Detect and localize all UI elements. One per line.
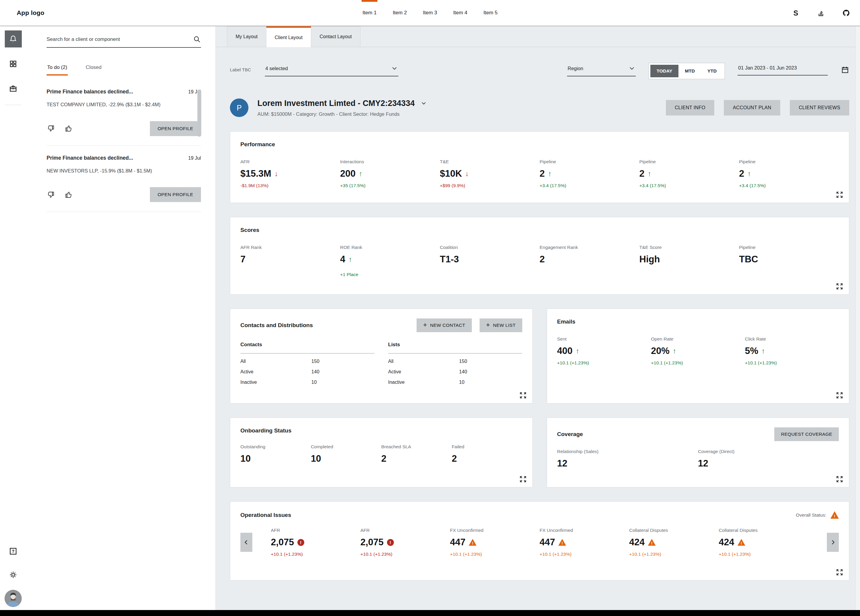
dashboard-rail-button[interactable]	[5, 55, 22, 72]
up-arrow-icon: ↑	[761, 347, 765, 355]
card-title: Performance	[240, 141, 275, 148]
portfolio-rail-button[interactable]	[5, 80, 22, 97]
open-profile-button[interactable]: OPEN PROFILE	[150, 187, 201, 202]
new-contact-label: NEW CONTACT	[430, 323, 465, 328]
metric-label: Pipeline	[739, 159, 839, 165]
row-label: All	[388, 359, 394, 364]
calendar-icon[interactable]	[841, 66, 849, 74]
user-avatar[interactable]	[5, 590, 22, 607]
client-info-button[interactable]: CLIENT INFO	[666, 100, 714, 116]
request-coverage-button[interactable]: REQUEST COVERAGE	[774, 427, 839, 441]
metric-label: Relationship (Sales)	[557, 449, 698, 454]
carousel-next-button[interactable]	[827, 533, 839, 552]
metric-value: 10	[240, 453, 251, 464]
card-title: Emails	[557, 318, 576, 325]
sidebar-scrollbar-thumb[interactable]	[198, 89, 201, 137]
nav-item-1[interactable]: Item 1	[363, 0, 377, 26]
s-brand-icon[interactable]: S	[792, 9, 800, 17]
expand-icon[interactable]	[519, 475, 527, 483]
top-navigation: Item 1 Item 2 Item 3 Item 4 Item 5	[363, 0, 497, 26]
nav-item-5[interactable]: Item 5	[483, 0, 497, 26]
notifications-sidebar: To do (2) Closed Prime Finance balances …	[26, 26, 216, 610]
help-rail-button[interactable]: ?	[5, 542, 22, 560]
client-chevron-down-icon[interactable]	[421, 100, 427, 106]
new-list-button[interactable]: +NEW LIST	[480, 318, 522, 332]
multiselect-dropdown[interactable]: 4 selected	[265, 63, 399, 77]
github-icon[interactable]	[842, 9, 850, 17]
carousel-prev-button[interactable]	[240, 533, 252, 552]
metric-delta: -$1.9M (13%)	[240, 183, 340, 188]
period-mtd[interactable]: MTD	[678, 65, 701, 77]
account-plan-button[interactable]: ACCOUNT PLAN	[724, 100, 780, 116]
date-range-field[interactable]: 01 Jan 2023 - 01 Jun 2023	[738, 63, 849, 75]
row-label: Active	[388, 369, 401, 375]
metric-delta: +10.1 (+1.23%)	[271, 552, 361, 557]
expand-icon[interactable]	[835, 282, 844, 290]
metric-value: High	[639, 254, 660, 265]
region-dropdown[interactable]: Region	[567, 63, 636, 77]
thumbs-down-icon[interactable]	[47, 191, 55, 199]
period-today[interactable]: TODAY	[650, 65, 679, 77]
bell-icon	[9, 34, 17, 44]
metric-label: Interactions	[340, 159, 440, 165]
row-label: Inactive	[240, 379, 257, 385]
coverage-card: Coverage REQUEST COVERAGE Relationship (…	[547, 417, 849, 487]
notifications-rail-button[interactable]	[5, 30, 22, 47]
notification-card[interactable]: Prime Finance balances declined... 19 Ju…	[47, 146, 201, 212]
search-icon[interactable]	[193, 35, 201, 43]
metric-label: AFR	[271, 528, 361, 533]
metric-value: T1-3	[440, 254, 459, 265]
top-bar: App logo Item 1 Item 2 Item 3 Item 4 Ite…	[0, 0, 860, 26]
expand-icon[interactable]	[835, 391, 844, 399]
period-ytd[interactable]: YTD	[701, 65, 723, 77]
metric-label: Completed	[311, 444, 381, 450]
performance-card: Performance AFR $15.3M↓ -$1.9M (13%) Int…	[230, 131, 849, 203]
metric-label: Breached SLA	[381, 444, 452, 450]
nav-item-4[interactable]: Item 4	[453, 0, 467, 26]
up-arrow-icon: ↑	[548, 169, 552, 178]
overall-status-warning-icon	[830, 511, 839, 519]
tab-contact-layout[interactable]: Contact Layout	[311, 26, 361, 47]
expand-icon[interactable]	[835, 568, 844, 576]
client-reviews-button[interactable]: CLIENT REVIEWS	[790, 100, 849, 116]
thumbs-up-icon[interactable]	[65, 191, 73, 199]
main-content: My Layout Client Layout Contact Layout L…	[216, 26, 860, 610]
search-input[interactable]	[47, 36, 193, 42]
metric-value: $10K	[440, 168, 462, 179]
thumbs-down-icon[interactable]	[47, 124, 55, 133]
card-title: Coverage	[557, 431, 583, 437]
metric-delta: +10.1 (+1.23%)	[651, 360, 745, 365]
metric-label: FX Unconfirmed	[540, 528, 629, 533]
nav-item-2[interactable]: Item 2	[393, 0, 407, 26]
tab-my-layout[interactable]: My Layout	[227, 26, 266, 47]
sidebar-search	[47, 35, 201, 48]
table-row: Active140	[388, 369, 522, 375]
tab-closed[interactable]: Closed	[85, 64, 102, 75]
expand-icon[interactable]	[835, 191, 844, 199]
metric-value: 5%	[745, 346, 758, 356]
metric-delta: +10.1 (+1.23%)	[557, 360, 651, 365]
main-scrollbar[interactable]	[855, 26, 860, 610]
filter-bar: Label TBC 4 selected Region TODAY MTD YT	[230, 63, 849, 79]
issue-fx-unconfirmed: FX Unconfirmed 447 +10.1 (+1.23%)	[450, 528, 540, 557]
thumbs-up-icon[interactable]	[65, 124, 73, 133]
notification-card[interactable]: Prime Finance balances declined... 19 Ju…	[47, 80, 201, 146]
table-header: Contacts	[240, 342, 375, 354]
expand-icon[interactable]	[519, 391, 527, 399]
metric-delta: +3.4 (17.5%)	[540, 183, 639, 188]
tab-todo[interactable]: To do (2)	[47, 64, 68, 75]
metric-value: 2	[739, 168, 744, 179]
up-arrow-icon: ↑	[576, 347, 579, 355]
issue-fx-unconfirmed: FX Unconfirmed 447 +10.1 (+1.23%)	[540, 528, 629, 557]
open-profile-button[interactable]: OPEN PROFILE	[150, 121, 201, 136]
table-row: Inactive10	[388, 379, 522, 385]
stackoverflow-icon[interactable]	[817, 9, 825, 17]
row-label: Active	[240, 369, 254, 375]
new-contact-button[interactable]: +NEW CONTACT	[417, 318, 472, 332]
metric-value: 7	[240, 254, 245, 265]
nav-item-3[interactable]: Item 3	[423, 0, 437, 26]
expand-icon[interactable]	[835, 475, 844, 483]
metric-value: $15.3M	[240, 168, 271, 179]
settings-rail-button[interactable]	[5, 566, 22, 583]
tab-client-layout[interactable]: Client Layout	[266, 26, 311, 47]
